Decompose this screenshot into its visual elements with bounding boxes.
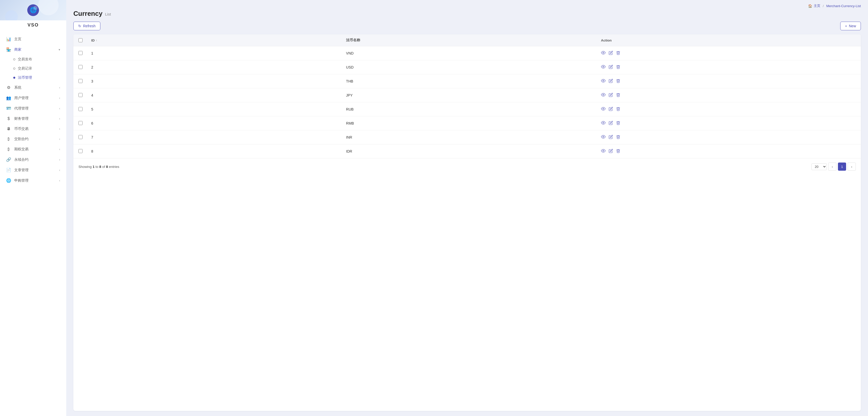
page-1-button[interactable]: 1 [838, 163, 846, 171]
row-id: 2 [91, 65, 346, 69]
sidebar-item-article[interactable]: 📄 文章管理 ‹ [0, 165, 66, 175]
view-icon[interactable] [601, 51, 606, 56]
action-icons [601, 149, 856, 154]
row-id: 3 [91, 79, 346, 83]
page-from: 1 [93, 165, 95, 169]
action-icons [601, 51, 856, 56]
sidebar-item-merchant[interactable]: 🏪 商家 ▾ [0, 44, 66, 55]
edit-icon[interactable] [609, 79, 613, 84]
edit-icon[interactable] [609, 121, 613, 126]
delete-icon[interactable] [616, 93, 620, 98]
crypto-icon: Ƀ [6, 127, 11, 131]
chevron-left-icon: ‹ [59, 117, 60, 121]
dot-icon [13, 67, 15, 69]
delete-icon[interactable] [616, 149, 620, 154]
refresh-button[interactable]: ↻ Refresh [73, 22, 100, 30]
svg-point-6 [602, 136, 604, 137]
delete-icon[interactable] [616, 121, 620, 126]
delete-icon[interactable] [616, 51, 620, 56]
sidebar-item-options[interactable]: ₿ 期权交易 ‹ [0, 144, 66, 154]
sidebar-item-perpetual[interactable]: 🔗 永续合约 ‹ [0, 154, 66, 165]
sidebar-item-trade-record[interactable]: 交易记录 [0, 64, 66, 73]
select-all-checkbox[interactable] [79, 38, 83, 42]
view-icon[interactable] [601, 134, 606, 140]
delete-icon[interactable] [616, 135, 620, 140]
sidebar-item-futures-label: 交割合约 [14, 137, 29, 141]
row-actions [601, 93, 856, 98]
row-checkbox[interactable] [79, 135, 83, 139]
row-checkbox[interactable] [79, 65, 83, 69]
sidebar-logo-text: VSO [0, 21, 66, 31]
delete-icon[interactable] [616, 107, 620, 112]
sidebar-item-subscribe[interactable]: 🌐 申购管理 ‹ [0, 175, 66, 186]
sidebar-item-agent-mgmt[interactable]: 🪪 代理管理 ‹ [0, 103, 66, 114]
view-icon[interactable] [601, 121, 606, 126]
pagination-bar: Showing 1 to 8 of 8 entries 20 10 50 100 [73, 158, 861, 175]
table-header: ID ↑ 法币名称 Action [73, 34, 861, 46]
row-name: JPY [346, 93, 601, 97]
sidebar-item-merchant-label: 商家 [14, 47, 22, 52]
table-row: 7 INR [73, 130, 861, 145]
sidebar-item-currency-mgmt[interactable]: 法币管理 [0, 73, 66, 82]
edit-icon[interactable] [609, 93, 613, 98]
row-checkbox[interactable] [79, 149, 83, 153]
row-actions [601, 121, 856, 126]
row-checkbox-cell [79, 93, 91, 98]
view-icon[interactable] [601, 93, 606, 98]
page-size-select[interactable]: 20 10 50 100 [811, 163, 827, 170]
pagination-info: Showing 1 to 8 of 8 entries [79, 165, 119, 169]
sidebar-item-user-mgmt[interactable]: 👥 用户管理 ‹ [0, 93, 66, 103]
sidebar-item-crypto[interactable]: Ƀ 币币交易 ‹ [0, 124, 66, 134]
page-prev-button[interactable]: ‹ [828, 163, 836, 171]
row-id: 8 [91, 149, 346, 153]
new-button[interactable]: + New [840, 22, 861, 30]
sidebar: 🌐 VSO 📊 主页 🏪 商家 ▾ 交易发布 交易记录 [0, 0, 66, 416]
row-id: 6 [91, 121, 346, 125]
row-checkbox-cell [79, 79, 91, 84]
page-next-button[interactable]: › [848, 163, 856, 171]
svg-point-2 [602, 80, 604, 82]
sidebar-item-system[interactable]: ⚙ 系统 ‹ [0, 82, 66, 93]
row-id: 4 [91, 93, 346, 97]
row-actions [601, 64, 856, 70]
row-checkbox[interactable] [79, 79, 83, 83]
breadcrumb: 🏠 主页 / Merchant-Currency-List [66, 0, 868, 10]
sidebar-item-finance[interactable]: $ 财务管理 ‹ [0, 114, 66, 124]
table-row: 5 RUB [73, 102, 861, 117]
row-checkbox[interactable] [79, 93, 83, 97]
view-icon[interactable] [601, 149, 606, 154]
sidebar-item-trade-publish[interactable]: 交易发布 [0, 55, 66, 64]
sort-icon[interactable]: ↑ [96, 39, 97, 42]
row-checkbox[interactable] [79, 121, 83, 125]
delete-icon[interactable] [616, 65, 620, 70]
sidebar-item-system-label: 系统 [14, 85, 22, 90]
edit-icon[interactable] [609, 107, 613, 112]
edit-icon[interactable] [609, 149, 613, 154]
sidebar-item-crypto-label: 币币交易 [14, 127, 29, 131]
dot-icon [13, 58, 15, 60]
pagination-controls: 20 10 50 100 ‹ 1 › [811, 163, 856, 171]
sidebar-nav: 📊 主页 🏪 商家 ▾ 交易发布 交易记录 法币管理 [0, 31, 66, 416]
merchant-icon: 🏪 [6, 47, 11, 52]
table-body: 1 VND [73, 46, 861, 158]
sidebar-item-futures[interactable]: ₿ 交割合约 ‹ [0, 134, 66, 144]
view-icon[interactable] [601, 64, 606, 70]
breadcrumb-home[interactable]: 主页 [814, 4, 820, 8]
svg-point-3 [602, 94, 604, 96]
table-row: 3 THB [73, 74, 861, 88]
row-checkbox[interactable] [79, 51, 83, 55]
row-checkbox-cell [79, 51, 91, 56]
edit-icon[interactable] [609, 51, 613, 56]
page-title: Currency [73, 10, 102, 18]
entries-label: entries [109, 165, 119, 169]
edit-icon[interactable] [609, 135, 613, 140]
edit-icon[interactable] [609, 65, 613, 70]
view-icon[interactable] [601, 106, 606, 112]
row-checkbox[interactable] [79, 107, 83, 111]
row-id: 5 [91, 107, 346, 111]
delete-icon[interactable] [616, 79, 620, 84]
header-checkbox-cell [79, 38, 91, 42]
view-icon[interactable] [601, 78, 606, 84]
showing-prefix: Showing [79, 165, 92, 169]
sidebar-item-home[interactable]: 📊 主页 [0, 34, 66, 44]
